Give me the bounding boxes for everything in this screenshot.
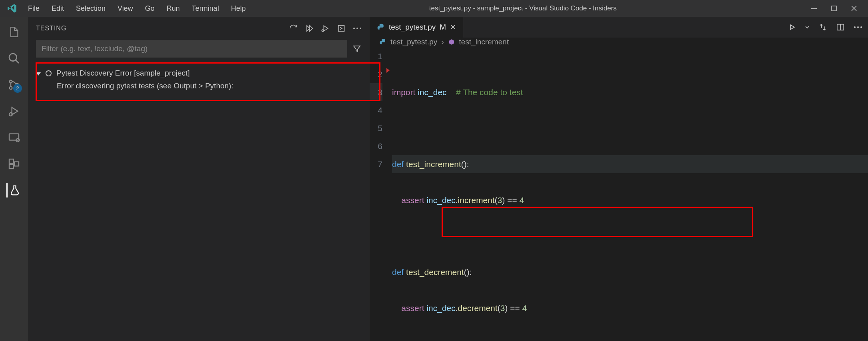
source-control-icon[interactable]: 2 xyxy=(7,78,21,92)
show-output-icon[interactable] xyxy=(337,24,346,33)
svg-point-19 xyxy=(854,26,856,28)
split-editor-icon[interactable] xyxy=(836,23,845,32)
svg-point-21 xyxy=(860,26,862,28)
titlebar: File Edit Selection View Go Run Terminal… xyxy=(0,0,868,17)
test-tree: Pytest Discovery Error [sample_project] … xyxy=(28,62,370,96)
tab-filename: test_pytest.py xyxy=(389,23,436,32)
editor-area: test_pytest.py M ✕ test_pytest.py › test… xyxy=(370,17,868,341)
menu-help[interactable]: Help xyxy=(231,4,246,13)
menubar: File Edit Selection View Go Run Terminal… xyxy=(24,4,246,13)
menu-selection[interactable]: Selection xyxy=(76,4,106,13)
testing-sidebar: TESTING Pytest Discovery Error [sample_p… xyxy=(28,17,370,341)
python-file-icon xyxy=(377,23,385,31)
filter-icon[interactable] xyxy=(352,44,362,54)
svg-point-2 xyxy=(9,54,17,61)
breadcrumb[interactable]: test_pytest.py › test_increment xyxy=(370,38,868,46)
python-file-icon xyxy=(379,38,386,46)
svg-point-20 xyxy=(857,26,859,28)
svg-rect-0 xyxy=(811,8,817,9)
menu-run[interactable]: Run xyxy=(167,4,180,13)
close-button[interactable] xyxy=(850,4,858,12)
svg-rect-7 xyxy=(9,134,19,140)
maximize-button[interactable] xyxy=(830,4,838,12)
tab-modified-indicator: M xyxy=(440,23,446,32)
code-editor[interactable]: 1234567 import inc_dec # The code to tes… xyxy=(370,46,868,341)
window-controls xyxy=(800,4,868,12)
run-file-icon[interactable] xyxy=(788,23,796,31)
code-lines[interactable]: import inc_dec # The code to test def te… xyxy=(392,47,868,341)
minimize-button[interactable] xyxy=(810,4,818,12)
svg-rect-11 xyxy=(14,162,19,166)
svg-point-4 xyxy=(10,87,12,90)
testing-icon[interactable] xyxy=(6,183,21,197)
tree-error-detail[interactable]: Error discovering pytest tests (see Outp… xyxy=(28,80,370,92)
status-circle-icon xyxy=(46,70,52,76)
svg-point-12 xyxy=(322,30,324,32)
symbol-method-icon xyxy=(448,38,455,46)
test-tree-error-node[interactable]: Pytest Discovery Error [sample_project] xyxy=(28,66,370,80)
svg-rect-13 xyxy=(338,26,344,32)
svg-point-17 xyxy=(380,24,380,25)
breadcrumb-symbol[interactable]: test_increment xyxy=(459,38,509,46)
diff-icon[interactable] xyxy=(818,23,827,32)
window-title: test_pytest.py - sample_project - Visual… xyxy=(246,4,800,12)
test-filter-input[interactable] xyxy=(36,40,347,58)
chevron-down-icon xyxy=(36,69,41,78)
svg-point-14 xyxy=(353,28,355,29)
remote-icon[interactable] xyxy=(7,130,21,145)
breadcrumb-file[interactable]: test_pytest.py xyxy=(390,38,437,46)
line-gutter: 1234567 xyxy=(370,47,392,341)
breadcrumb-sep-icon: › xyxy=(441,38,444,46)
svg-rect-1 xyxy=(832,6,836,11)
editor-tab-test-pytest[interactable]: test_pytest.py M ✕ xyxy=(370,17,463,38)
extensions-icon[interactable] xyxy=(7,157,21,171)
run-dropdown-icon[interactable] xyxy=(805,25,810,30)
debug-icon[interactable] xyxy=(7,104,21,118)
svg-point-15 xyxy=(356,28,358,29)
search-icon[interactable] xyxy=(7,51,21,66)
run-all-tests-icon[interactable] xyxy=(305,24,314,33)
source-control-badge: 2 xyxy=(13,84,22,93)
svg-point-3 xyxy=(10,80,12,83)
vscode-logo-icon xyxy=(0,3,24,14)
svg-rect-10 xyxy=(9,164,14,169)
debug-tests-icon[interactable] xyxy=(321,24,330,33)
glyph-margin-icon xyxy=(386,68,390,73)
tab-close-icon[interactable]: ✕ xyxy=(450,23,456,32)
menu-view[interactable]: View xyxy=(117,4,133,13)
explorer-icon[interactable] xyxy=(7,25,21,39)
menu-go[interactable]: Go xyxy=(145,4,155,13)
tree-parent-label: Pytest Discovery Error [sample_project] xyxy=(56,69,190,78)
menu-terminal[interactable]: Terminal xyxy=(192,4,219,13)
refresh-tests-icon[interactable] xyxy=(289,24,298,33)
svg-rect-9 xyxy=(9,159,14,164)
editor-more-icon[interactable] xyxy=(854,26,862,28)
editor-tabs: test_pytest.py M ✕ xyxy=(370,17,868,38)
menu-file[interactable]: File xyxy=(28,4,40,13)
menu-edit[interactable]: Edit xyxy=(52,4,64,13)
more-actions-icon[interactable] xyxy=(353,27,362,30)
sidebar-heading: TESTING xyxy=(36,25,66,32)
activity-bar: 2 xyxy=(0,17,28,341)
svg-point-16 xyxy=(360,28,361,29)
